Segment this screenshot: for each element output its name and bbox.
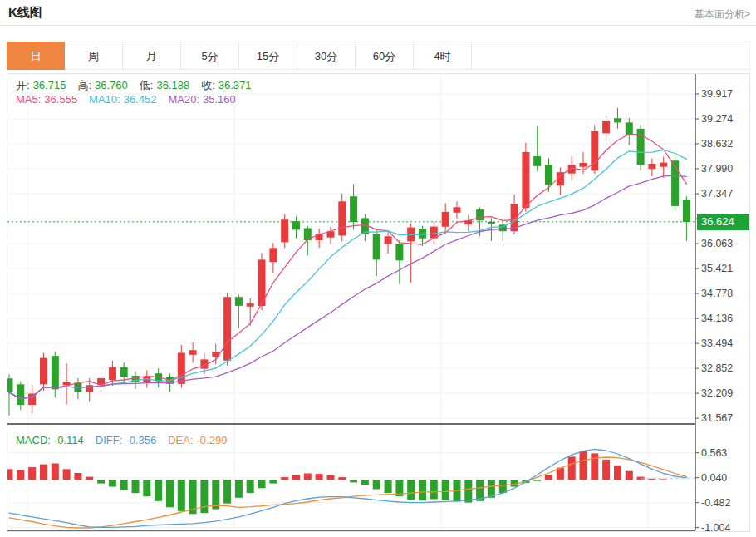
svg-text:-0.482: -0.482 bbox=[701, 497, 730, 509]
ma20-label: MA20: bbox=[168, 93, 199, 106]
close-label: 收: bbox=[201, 79, 215, 91]
kline-app: K线图 基本面分析> 日周月5分15分30分60分4时 39.91739.274… bbox=[0, 0, 756, 537]
dea-label: DEA: bbox=[168, 434, 193, 446]
svg-text:37.990: 37.990 bbox=[701, 163, 733, 175]
svg-text:37.347: 37.347 bbox=[701, 188, 733, 200]
svg-text:39.917: 39.917 bbox=[701, 88, 733, 100]
interval-tab-3[interactable]: 5分 bbox=[181, 42, 239, 70]
dea-value: -0.299 bbox=[197, 434, 228, 446]
low-value: 36.188 bbox=[156, 79, 189, 91]
interval-tabbar: 日周月5分15分30分60分4时 bbox=[7, 42, 750, 70]
svg-text:32.209: 32.209 bbox=[701, 387, 733, 399]
ma10-value: 36.452 bbox=[124, 93, 157, 106]
titlebar: K线图 基本面分析> bbox=[0, 0, 756, 26]
macd-row: MACD:-0.114DIFF:-0.356DEA:-0.299 bbox=[16, 434, 230, 446]
low-label: 低: bbox=[140, 79, 154, 91]
svg-text:34.778: 34.778 bbox=[701, 288, 733, 299]
svg-text:38.632: 38.632 bbox=[701, 138, 733, 150]
tabbar-filler bbox=[472, 42, 750, 70]
macd-value: -0.114 bbox=[54, 434, 84, 446]
ma5-value: 36.555 bbox=[44, 93, 77, 106]
fundamental-analysis-link[interactable]: 基本面分析> bbox=[695, 7, 750, 22]
interval-tab-0[interactable]: 日 bbox=[7, 42, 65, 70]
ma20-value: 35.160 bbox=[203, 93, 236, 106]
current-price-label: 36.624 bbox=[697, 214, 749, 230]
interval-tab-5[interactable]: 30分 bbox=[297, 42, 356, 70]
svg-text:33.494: 33.494 bbox=[701, 337, 733, 349]
svg-text:-1.004: -1.004 bbox=[701, 522, 730, 531]
open-value: 36.715 bbox=[33, 79, 66, 91]
svg-text:32.852: 32.852 bbox=[701, 362, 733, 374]
interval-tab-2[interactable]: 月 bbox=[123, 42, 181, 70]
ma10-label: MA10: bbox=[89, 93, 120, 106]
interval-tab-4[interactable]: 15分 bbox=[239, 42, 297, 70]
page-title: K线图 bbox=[8, 5, 42, 21]
interval-tab-1[interactable]: 周 bbox=[65, 42, 123, 70]
ma5-label: MA5: bbox=[16, 93, 41, 106]
ohlc-row: 开:36.715高:36.760低:36.188收:36.371 bbox=[16, 78, 255, 93]
interval-tab-6[interactable]: 60分 bbox=[356, 42, 414, 70]
svg-text:0.563: 0.563 bbox=[701, 447, 727, 459]
diff-value: -0.356 bbox=[125, 434, 156, 446]
svg-text:39.274: 39.274 bbox=[701, 113, 733, 125]
kline-macd-chart: 39.91739.27438.63237.99037.34736.06335.4… bbox=[7, 74, 749, 531]
interval-tab-7[interactable]: 4时 bbox=[414, 42, 472, 70]
open-label: 开: bbox=[16, 79, 30, 91]
svg-text:0.040: 0.040 bbox=[701, 472, 727, 484]
svg-text:36.063: 36.063 bbox=[701, 238, 733, 249]
svg-text:35.421: 35.421 bbox=[701, 263, 733, 274]
svg-text:34.136: 34.136 bbox=[701, 313, 733, 324]
high-value: 36.760 bbox=[95, 79, 128, 91]
high-label: 高: bbox=[77, 79, 91, 91]
ma-row: MA5:36.555MA10:36.452MA20:35.160 bbox=[16, 93, 239, 106]
diff-label: DIFF: bbox=[96, 434, 123, 446]
svg-text:31.567: 31.567 bbox=[701, 412, 733, 424]
close-value: 36.371 bbox=[218, 79, 252, 91]
macd-label: MACD: bbox=[16, 434, 51, 446]
chart-container: 39.91739.27438.63237.99037.34736.06335.4… bbox=[7, 73, 750, 532]
